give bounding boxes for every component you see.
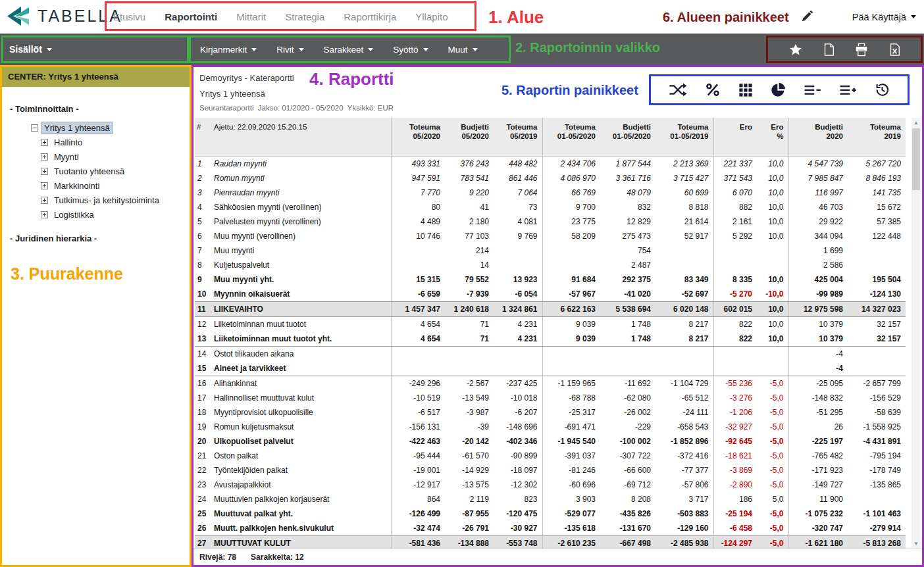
table-cell: -7 939 [445,287,494,302]
table-cell: 2 161 [713,214,757,229]
table-row[interactable]: 16Alihankinnat-249 296-2 567-237 425-1 1… [195,376,906,391]
table-row[interactable]: 3Pienraudan myynti7 7709 2207 06466 7694… [195,185,906,200]
table-row[interactable]: 12Liiketoiminnan muut tuotot4 654714 231… [195,316,906,332]
tree-item[interactable]: +Logistiikka [10,207,186,222]
table-row[interactable]: 8Kuljetuspalvelut142 4872 586 [195,258,906,272]
favorite-star-icon[interactable] [788,43,803,57]
rows-expand-icon[interactable] [839,83,857,97]
col-header[interactable]: Budjetti 01-05/2020 [600,118,655,156]
table-row[interactable]: 25Muuttuvat palkat yht.-126 499-87 955-1… [195,506,906,521]
menu-syöttö[interactable]: Syöttö [393,45,428,55]
table-cell [848,346,906,361]
table-cell: 12 829 [600,214,655,229]
table-row[interactable]: 20Ulkopuoliset palvelut-422 463-20 142-4… [195,434,906,449]
expand-icon[interactable]: + [41,168,48,175]
nav-item-raportointi[interactable]: Raportointi [165,11,217,22]
table-row[interactable]: 5Palvelusten myynti (verollinen)4 4892 1… [195,214,906,229]
table-cell [391,258,445,272]
scroll-up-icon[interactable]: ▲ [911,118,921,128]
tree-item[interactable]: +Markkinointi [10,178,186,193]
table-row[interactable]: 4Sähköosien myynti (verollinen)8041739 7… [195,200,906,214]
table-row[interactable]: 22Työntekijöiden palkat-19 001-14 929-18… [195,463,906,478]
table-row[interactable]: 23Avustajapalkkiot-12 917-13 575-12 302-… [195,478,906,492]
table-row[interactable]: 27MUUTTUVAT KULUT-581 436-134 888-553 74… [195,535,906,549]
collapse-icon[interactable]: − [31,124,38,132]
table-row[interactable]: 6Muu myynti (verollinen)10 74677 1039 76… [195,229,906,243]
tree-item[interactable]: +Myynti [10,149,186,164]
table-row[interactable]: 9Muu myynti yht.15 31579 55213 92391 684… [195,272,906,287]
scrollbar-thumb[interactable] [912,128,920,190]
user-menu[interactable]: Pää Käyttäjä [852,0,916,34]
shuffle-icon[interactable] [669,82,687,97]
pie-chart-icon[interactable] [771,82,786,97]
pdf-document-icon[interactable] [823,43,834,57]
table-row[interactable]: 15Aineet ja tarvikkeet-4 [195,361,906,376]
table-cell [757,361,788,376]
table-row[interactable]: 24Muuttuvien palkkojen korjauserät8642 1… [195,492,906,506]
rows-collapse-icon[interactable] [804,83,821,97]
grid-icon[interactable] [738,83,753,97]
row-number: 3 [195,185,212,200]
table-row[interactable]: 17Hallinnolliset muuttuvat kulut-10 519-… [195,391,906,405]
contents-menu[interactable]: Sisällöt [9,44,52,55]
percent-icon[interactable] [705,82,721,97]
history-icon[interactable] [875,82,890,97]
nav-item-raporttikirja[interactable]: Raporttikirja [344,11,396,22]
table-cell: -135 865 [848,478,906,492]
edit-pencil-icon[interactable] [800,9,814,23]
col-header[interactable]: Ero % [757,118,788,156]
menu-sarakkeet[interactable]: Sarakkeet [324,45,374,55]
table-cell: 5 538 694 [600,301,655,316]
col-header[interactable]: Toteuma 05/2019 [494,118,542,156]
table-cell: 10,0 [757,272,788,287]
table-row[interactable]: 2Romun myynti947 591783 541861 4464 086 … [195,171,906,185]
expand-icon[interactable]: + [41,182,48,189]
table-row[interactable]: 21Oston palkat-95 444-61 570-90 899-391 … [195,449,906,463]
menu-kirjanmerkit[interactable]: Kirjanmerkit [200,45,257,55]
col-header[interactable]: Budjetti 2020 [788,118,848,156]
expand-icon[interactable]: + [41,153,48,160]
table-row[interactable]: 19Romun kuljetusmaksut-156 131-39-148 69… [195,420,906,434]
col-header[interactable]: Budjetti 05/2020 [445,118,494,156]
table-row[interactable]: 1Raudan myynti493 331376 243448 4822 434… [195,156,906,171]
tree-item[interactable]: +Hallinto [10,135,186,149]
table-row[interactable]: 13Liiketoiminnan muut tuotot yht.4 65471… [195,332,906,347]
nav-item-ylläpito[interactable]: Ylläpito [415,11,448,22]
nav-item-mittarit[interactable]: Mittarit [236,11,266,22]
tabella-logo[interactable]: TABELLA [7,6,122,26]
row-number: 4 [195,200,212,214]
table-row[interactable]: 11LIIKEVAIHTO1 457 3471 240 6181 324 861… [195,301,906,316]
printer-icon[interactable] [854,43,869,57]
table-row[interactable]: 7Muu myynti2147541 699 [195,243,906,258]
row-label: Liiketoiminnan muut tuotot yht. [212,332,391,347]
menu-muut[interactable]: Muut [448,45,478,55]
table-row[interactable]: 18Myyntiprovisiot ulkopuolisille-6 517-3… [195,405,906,420]
expand-icon[interactable]: + [41,197,48,204]
table-row[interactable]: 14Ostot tilikauden aikana-4 [195,346,906,361]
table-cell: 11 900 [788,492,848,506]
table-cell: -249 296 [391,376,445,391]
expand-icon[interactable]: + [41,139,48,146]
tree-item[interactable]: −Yritys 1 yhteensä [10,120,186,135]
scroll-down-icon[interactable]: ▼ [911,539,921,549]
tree-item[interactable]: +Tutkimus- ja kehitystoiminta [10,193,186,207]
table-cell: 23 775 [542,214,600,229]
col-header[interactable]: Ero [713,118,757,156]
nav-item-etusivu[interactable]: Etusivu [113,11,145,22]
col-header[interactable]: Toteuma 01-05/2019 [655,118,713,156]
col-header[interactable]: Toteuma 2019 [848,118,906,156]
nav-item-strategia[interactable]: Strategia [285,11,324,22]
row-label: Aineet ja tarvikkeet [212,361,391,376]
table-row[interactable]: 10Myynnin oikaisuerät-6 659-7 939-6 054-… [195,287,906,302]
table-cell: 9 220 [445,185,494,200]
expand-icon[interactable]: + [41,211,48,218]
table-row[interactable]: 26Muutt. palkkojen henk.sivukulut-32 474… [195,521,906,536]
tree-item[interactable]: +Tuotanto yhteensä [10,164,186,178]
report-meta: Seurantaraportti Jakso: 01/2020 - 05/202… [199,104,394,112]
col-header[interactable]: Toteuma 01-05/2020 [542,118,600,156]
menu-rivit[interactable]: Rivit [276,45,303,55]
excel-export-icon[interactable] [889,43,900,57]
col-header[interactable]: Toteuma 05/2020 [391,118,445,156]
vertical-scrollbar[interactable]: ▲ ▼ [911,118,921,549]
table-cell [713,243,757,258]
